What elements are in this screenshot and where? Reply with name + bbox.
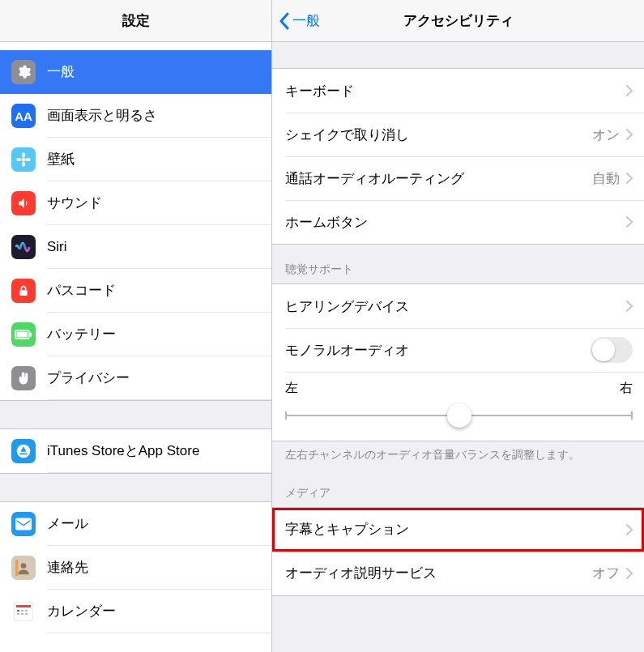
speaker-icon: [11, 191, 36, 215]
settings-row[interactable]: シェイクで取り消しオン: [272, 113, 644, 156]
sidebar-list[interactable]: 一般AA画面表示と明るさ壁紙サウンドSiriパスコードバッテリープライバシーiT…: [0, 42, 271, 652]
sidebar-item-wallpaper[interactable]: 壁紙: [0, 138, 271, 181]
sidebar-item-siri[interactable]: Siri: [0, 225, 271, 269]
slider-thumb[interactable]: [447, 403, 471, 428]
row-label: 字幕とキャプション: [285, 520, 626, 539]
sidebar-item-passcode[interactable]: パスコード: [0, 269, 271, 313]
svg-rect-19: [17, 613, 19, 615]
contacts-icon: [11, 556, 36, 580]
svg-point-1: [22, 152, 25, 157]
sidebar-item-store[interactable]: iTunes StoreとApp Store: [0, 429, 271, 473]
section-header: メディア: [272, 468, 644, 507]
settings-row[interactable]: ヒアリングデバイス: [272, 284, 644, 328]
siri-icon: [11, 235, 36, 259]
chevron-right-icon: [626, 173, 633, 184]
toggle-switch[interactable]: [591, 337, 633, 363]
mail-icon: [11, 512, 36, 536]
settings-row[interactable]: 通話オーディオルーティング自動: [272, 156, 644, 200]
sidebar-item-label: プライバシー: [47, 369, 130, 387]
sidebar-item-label: カレンダー: [47, 602, 116, 620]
svg-rect-16: [17, 610, 19, 612]
sidebar-item-contacts[interactable]: 連絡先: [0, 546, 271, 590]
sidebar-item-label: 連絡先: [47, 558, 88, 577]
svg-point-2: [22, 162, 25, 167]
sidebar-item-label: メール: [47, 514, 88, 533]
lock-icon: [11, 279, 36, 303]
sidebar-item-label: 画面表示と明るさ: [47, 106, 157, 125]
row-label: ヒアリングデバイス: [285, 297, 626, 316]
balance-right-label: 右: [620, 380, 633, 397]
sidebar-item-privacy[interactable]: プライバシー: [0, 356, 271, 400]
chevron-right-icon: [626, 216, 633, 228]
row-value: オフ: [592, 564, 620, 582]
svg-point-4: [26, 158, 31, 161]
detail-header: 一般 アクセシビリティ: [272, 0, 644, 42]
row-label: オーディオ説明サービス: [285, 564, 592, 582]
battery-icon: [11, 322, 36, 347]
row-label: シェイクで取り消し: [285, 126, 592, 144]
sidebar-title: 設定: [122, 11, 150, 30]
sidebar-item-sound[interactable]: サウンド: [0, 181, 271, 225]
svg-point-3: [16, 158, 21, 161]
sidebar-separator: [0, 400, 271, 429]
sidebar-item-label: パスコード: [47, 281, 116, 300]
svg-rect-18: [25, 610, 28, 612]
svg-rect-10: [15, 518, 32, 531]
sidebar-item-calendar[interactable]: カレンダー: [0, 590, 271, 633]
slider-track[interactable]: [285, 403, 633, 428]
aa-icon: AA: [11, 104, 36, 128]
settings-row[interactable]: キーボード: [272, 69, 644, 113]
back-label: 一般: [292, 11, 320, 30]
chevron-left-icon: [279, 12, 289, 30]
svg-rect-20: [21, 613, 23, 615]
chevron-right-icon: [626, 524, 633, 535]
row-value: オン: [592, 126, 620, 144]
chevron-right-icon: [626, 129, 633, 140]
balance-left-label: 左: [285, 380, 298, 397]
chevron-right-icon: [626, 300, 633, 312]
audio-balance-slider[interactable]: 左右: [272, 372, 644, 441]
sidebar-item-battery[interactable]: バッテリー: [0, 313, 271, 356]
svg-rect-5: [19, 290, 27, 296]
settings-row[interactable]: モノラルオーディオ: [272, 328, 644, 372]
row-label: 通話オーディオルーティング: [285, 169, 592, 188]
svg-point-12: [21, 563, 27, 569]
calendar-icon: [11, 599, 36, 624]
sidebar-item-display[interactable]: AA画面表示と明るさ: [0, 94, 271, 138]
svg-rect-17: [21, 610, 23, 612]
flower-icon: [11, 147, 36, 172]
svg-rect-8: [17, 332, 28, 338]
hand-icon: [11, 366, 36, 390]
section-header: 聴覚サポート: [272, 245, 644, 283]
svg-rect-7: [30, 332, 32, 336]
detail-pane: 一般 アクセシビリティ キーボードシェイクで取り消しオン通話オーディオルーティン…: [272, 0, 644, 652]
svg-rect-13: [15, 560, 18, 576]
sidebar-item-general[interactable]: 一般: [0, 50, 271, 94]
detail-body[interactable]: キーボードシェイクで取り消しオン通話オーディオルーティング自動ホームボタン聴覚サ…: [272, 42, 644, 652]
chevron-right-icon: [626, 568, 633, 579]
svg-rect-15: [16, 605, 31, 607]
row-label: モノラルオーディオ: [285, 341, 591, 360]
sidebar-item-label: バッテリー: [47, 325, 116, 343]
settings-row[interactable]: ホームボタン: [272, 200, 644, 244]
gear-icon: [11, 60, 36, 84]
sidebar-item-label: Siri: [47, 239, 67, 255]
row-label: ホームボタン: [285, 213, 626, 232]
back-button[interactable]: 一般: [279, 11, 320, 30]
sidebar-separator: [0, 473, 271, 502]
settings-group: 字幕とキャプションオーディオ説明サービスオフ: [272, 507, 644, 596]
sidebar-header: 設定: [0, 0, 271, 42]
row-value: 自動: [592, 169, 620, 188]
sidebar: 設定 一般AA画面表示と明るさ壁紙サウンドSiriパスコードバッテリープライバシ…: [0, 0, 272, 652]
section-footer: 左右チャンネルのオーディオ音量バランスを調整します。: [272, 441, 644, 468]
settings-group: キーボードシェイクで取り消しオン通話オーディオルーティング自動ホームボタン: [272, 68, 644, 245]
sidebar-item-label: 壁紙: [47, 150, 75, 168]
svg-rect-21: [25, 613, 28, 615]
sidebar-item-label: 一般: [47, 62, 75, 81]
sidebar-item-mail[interactable]: メール: [0, 502, 271, 546]
settings-row[interactable]: 字幕とキャプション: [272, 508, 644, 552]
sidebar-item-label: サウンド: [47, 194, 102, 212]
settings-group: ヒアリングデバイスモノラルオーディオ左右: [272, 283, 644, 441]
sidebar-item-label: iTunes StoreとApp Store: [47, 441, 199, 460]
settings-row[interactable]: オーディオ説明サービスオフ: [272, 552, 644, 595]
